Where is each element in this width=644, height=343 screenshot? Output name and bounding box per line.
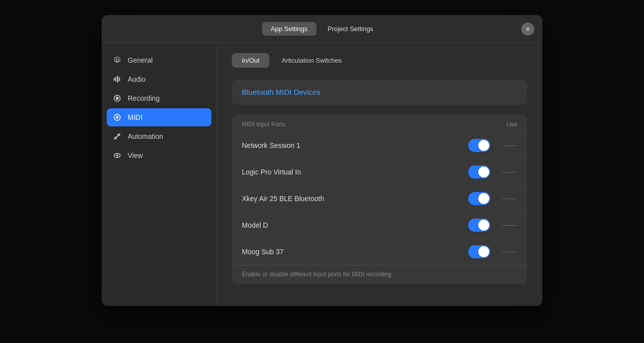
ports-use-label: Use: [507, 121, 517, 128]
toggle-wrapper-3: [468, 219, 517, 232]
settings-dialog: App Settings Project Settings × General: [102, 15, 542, 306]
tab-project-settings[interactable]: Project Settings: [318, 22, 382, 36]
port-row-logic-pro-virtual: Logic Pro Virtual In: [232, 159, 527, 186]
sidebar-label-automation: Automation: [128, 132, 163, 140]
automation-icon: [113, 132, 122, 141]
sidebar-item-general[interactable]: General: [107, 51, 211, 69]
port-name-xkey-air: Xkey Air 25 BLE Bluetooth: [242, 195, 324, 203]
toggle-network-session[interactable]: [468, 139, 490, 152]
sidebar-label-view: View: [128, 151, 143, 159]
toggle-xkey-air[interactable]: [468, 192, 490, 205]
audio-icon: [113, 75, 122, 84]
toggle-line-1: [502, 172, 517, 173]
sidebar-label-audio: Audio: [128, 75, 146, 83]
subtab-articulation-switches[interactable]: Articulation Switches: [271, 53, 352, 68]
bluetooth-midi-title: Bluetooth MIDI Devices: [242, 88, 320, 96]
midi-icon: [113, 113, 122, 122]
svg-point-8: [117, 117, 118, 118]
tab-app-settings[interactable]: App Settings: [262, 22, 317, 36]
bluetooth-midi-section[interactable]: Bluetooth MIDI Devices: [232, 80, 527, 105]
dialog-overlay: App Settings Project Settings × General: [0, 0, 644, 343]
view-icon: [113, 151, 122, 160]
toggle-wrapper-4: [468, 245, 517, 258]
midi-ports-section: MIDI Input Ports Use Network Session 1 L…: [232, 115, 527, 284]
svg-rect-3: [119, 77, 120, 81]
port-row-xkey-air: Xkey Air 25 BLE Bluetooth: [232, 186, 527, 212]
sidebar-label-recording: Recording: [128, 94, 160, 102]
close-button[interactable]: ×: [521, 23, 534, 36]
sidebar-item-automation[interactable]: Automation: [107, 127, 211, 145]
port-name-model-d: Model D: [242, 221, 268, 229]
toggle-model-d[interactable]: [468, 219, 490, 232]
port-name-logic-pro-virtual: Logic Pro Virtual In: [242, 168, 301, 176]
toggle-moog-sub-37[interactable]: [468, 245, 490, 258]
gear-icon: [113, 56, 122, 65]
port-row-model-d: Model D: [232, 212, 527, 239]
subtabs: In/Out Articulation Switches: [232, 53, 527, 68]
sidebar-label-general: General: [128, 56, 153, 64]
ports-header: MIDI Input Ports Use: [232, 115, 527, 132]
sidebar: General Audio: [102, 43, 217, 306]
sidebar-item-midi[interactable]: MIDI: [107, 108, 211, 126]
svg-rect-2: [117, 76, 118, 83]
toggle-line-0: [502, 145, 517, 146]
toggle-wrapper-1: [468, 165, 517, 179]
svg-point-13: [116, 154, 118, 156]
svg-rect-0: [114, 78, 115, 81]
sidebar-label-midi: MIDI: [128, 113, 143, 121]
ports-header-label: MIDI Input Ports: [242, 121, 285, 128]
toggle-line-4: [502, 252, 517, 252]
port-name-moog-sub-37: Moog Sub 37: [242, 248, 283, 256]
footer-note: Enable or disable different input ports …: [232, 265, 527, 284]
port-row-network-session: Network Session 1: [232, 132, 527, 159]
toggle-wrapper-2: [468, 192, 517, 205]
svg-point-5: [116, 97, 119, 100]
recording-icon: [113, 94, 122, 103]
sidebar-item-view[interactable]: View: [107, 146, 211, 164]
toggle-logic-pro-virtual[interactable]: [468, 165, 490, 179]
sidebar-item-recording[interactable]: Recording: [107, 89, 211, 107]
dialog-header: App Settings Project Settings ×: [102, 15, 542, 43]
svg-rect-1: [116, 77, 117, 82]
subtab-inout[interactable]: In/Out: [232, 53, 269, 68]
toggle-wrapper-0: [468, 139, 517, 152]
content-area: In/Out Articulation Switches Bluetooth M…: [217, 43, 542, 306]
port-row-moog-sub-37: Moog Sub 37: [232, 239, 527, 265]
toggle-line-3: [502, 225, 517, 226]
sidebar-item-audio[interactable]: Audio: [107, 70, 211, 88]
port-name-network-session: Network Session 1: [242, 141, 300, 149]
toggle-line-2: [502, 199, 517, 199]
dialog-body: General Audio: [102, 43, 542, 306]
